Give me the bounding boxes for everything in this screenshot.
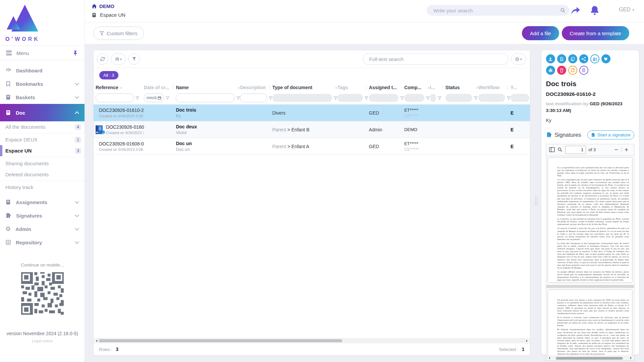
document-info-button[interactable] <box>579 66 588 75</box>
zoom-in-button[interactable]: + <box>622 146 631 154</box>
legal-notice-link[interactable]: Legal notice <box>0 339 85 343</box>
download-button[interactable] <box>546 54 555 63</box>
create-from-template-button[interactable]: Create from a template <box>562 26 629 40</box>
copy-button[interactable] <box>568 54 577 63</box>
add-version-button[interactable] <box>557 54 566 63</box>
documents-table-card: ▾ ⚙ ▾ All : 3 <box>93 50 530 356</box>
calendar-icon <box>158 96 161 100</box>
pdf-pages[interactable]: Il y a aujourd'hui trois cent quarante-h… <box>546 156 634 360</box>
sidebar-subitem-sharing-documents[interactable]: Sharing documents <box>0 158 85 169</box>
filter-input-description[interactable] <box>240 94 267 102</box>
funnel-icon[interactable] <box>400 96 404 100</box>
scrollbar-thumb[interactable] <box>99 339 342 342</box>
funnel-icon[interactable] <box>236 96 240 100</box>
custom-filters-button[interactable]: Custom filters <box>93 26 144 40</box>
refresh-button[interactable] <box>97 53 108 65</box>
share-button[interactable] <box>579 54 588 63</box>
column-header-i[interactable]: I... <box>430 85 445 90</box>
pdf-horizontal-scrollbar[interactable] <box>546 356 634 360</box>
row-type: Divers <box>272 110 286 116</box>
stamp-button[interactable] <box>546 66 555 75</box>
row-type-parent: Parent <box>272 127 286 132</box>
sidebar-item-assignments[interactable]: Assignments <box>0 195 85 209</box>
scrollbar-thumb[interactable] <box>556 357 623 360</box>
column-header-workflow[interactable]: Workflow <box>478 85 511 90</box>
scroll-left-arrow[interactable] <box>547 357 550 359</box>
column-header-y[interactable]: Y... <box>511 85 530 90</box>
column-header-type[interactable]: Type of document▸ <box>272 85 337 90</box>
column-header-reference[interactable]: Reference▸ <box>96 85 144 90</box>
funnel-icon[interactable] <box>365 96 368 100</box>
sidebar-item-label: Baskets <box>16 95 71 100</box>
column-header-status[interactable]: Status▸ <box>445 85 479 90</box>
funnel-icon[interactable] <box>426 96 430 100</box>
sidebar-item-baskets[interactable]: Baskets <box>0 90 85 104</box>
filter-input-reference[interactable] <box>96 94 134 102</box>
search-icon[interactable] <box>557 147 562 152</box>
favorite-heart-button[interactable] <box>601 54 610 63</box>
sidebar-toggle-icon[interactable] <box>549 147 555 152</box>
sidebar-item-repository[interactable]: Repository <box>0 236 85 249</box>
users-button[interactable] <box>590 54 599 63</box>
notifications-bell-icon[interactable] <box>590 5 600 16</box>
panel-resize-grip[interactable] <box>535 196 538 206</box>
global-search-input[interactable] <box>433 7 560 14</box>
scroll-right-arrow[interactable] <box>526 340 529 342</box>
table-toolbar: ▾ ⚙ ▾ <box>94 50 530 68</box>
sidebar-item-bookmarks[interactable]: Bookmarks <box>0 77 85 90</box>
table-filter-button[interactable] <box>128 53 140 65</box>
search-icon[interactable] <box>560 8 566 13</box>
selected-count-value: 1 <box>522 347 525 352</box>
zoom-out-button[interactable]: − <box>611 146 621 154</box>
filter-date-picker[interactable]: mm/d <box>144 94 164 102</box>
column-header-assigned[interactable]: Assigned t... <box>369 85 404 90</box>
funnel-icon[interactable] <box>166 96 169 100</box>
funnel-icon[interactable] <box>474 96 478 100</box>
page-number-input[interactable] <box>565 146 586 154</box>
funnel-icon[interactable] <box>269 96 272 100</box>
column-header-company[interactable]: Comp...▸ <box>404 85 430 90</box>
column-header-name[interactable]: Name▸ <box>176 85 240 90</box>
delete-button[interactable] <box>557 66 566 75</box>
sidebar-item-admin[interactable]: ⚙ Admin <box>0 222 85 236</box>
table-horizontal-scrollbar[interactable] <box>94 338 530 343</box>
user-menu[interactable]: GED ▾ <box>619 7 634 13</box>
funnel-icon[interactable] <box>136 96 139 100</box>
sidebar-subitem-deleted-documents[interactable]: Deleted documents <box>0 169 85 180</box>
app-logo[interactable]: O'WORK <box>0 0 85 46</box>
funnel-icon[interactable] <box>334 96 337 100</box>
mobile-hint: Continue on mobile... <box>0 262 85 267</box>
pin-icon[interactable] <box>73 50 78 56</box>
columns-button[interactable]: ▾ <box>111 53 126 65</box>
all-count-badge[interactable]: All : 3 <box>99 71 118 79</box>
funnel-icon[interactable] <box>438 96 441 100</box>
sidebar-item-dashboard[interactable]: Dashboard <box>0 64 85 77</box>
sidebar-item-doc[interactable]: Doc <box>0 104 85 121</box>
sidebar-subitem-espace-deux[interactable]: Espace DEUX 1 <box>0 134 85 145</box>
table-settings-button[interactable]: ⚙ ▾ <box>511 53 526 65</box>
column-header-description[interactable]: Description <box>240 85 272 90</box>
sidebar-subitem-espace-un[interactable]: Espace UN 3 <box>0 145 85 156</box>
add-file-button[interactable]: Add a file <box>522 26 559 40</box>
start-signature-button[interactable]: Start a signature <box>587 130 634 139</box>
filter-input-name[interactable] <box>176 94 235 102</box>
breadcrumb-home[interactable]: DEMO <box>92 3 114 9</box>
funnel-icon[interactable] <box>507 96 511 100</box>
column-header-tags[interactable]: Tags <box>337 85 369 90</box>
fulltext-search-input[interactable] <box>369 56 503 62</box>
row-type-child: > Enfant B <box>287 127 310 132</box>
column-header-date[interactable]: Date of cr... <box>144 85 176 90</box>
open-external-button[interactable] <box>568 66 577 75</box>
row-company-2: CE***** <box>404 147 430 152</box>
sidebar-subitem-all-documents[interactable]: All the documents 4 <box>0 121 85 132</box>
clipped-cell-text: E <box>511 144 514 149</box>
share-forward-icon[interactable] <box>570 6 581 16</box>
hamburger-icon[interactable] <box>6 51 12 55</box>
table-row-doc-un[interactable]: DOC230926-01608-0 Created on 9/26/2023 3… <box>94 138 530 155</box>
sidebar-item-signatures[interactable]: Signatures <box>0 209 85 222</box>
sidebar-subitem-history-track[interactable]: History track <box>0 182 85 193</box>
scroll-left-arrow[interactable] <box>95 340 97 342</box>
table-row-doc-trois[interactable]: DOC230926-01610-2 Created on 9/26/2023 3… <box>94 105 530 121</box>
scroll-right-arrow[interactable] <box>630 357 633 359</box>
table-row-doc-deux[interactable]: w DOC230926-01609-0 Created on 9/26/2023… <box>94 121 530 138</box>
